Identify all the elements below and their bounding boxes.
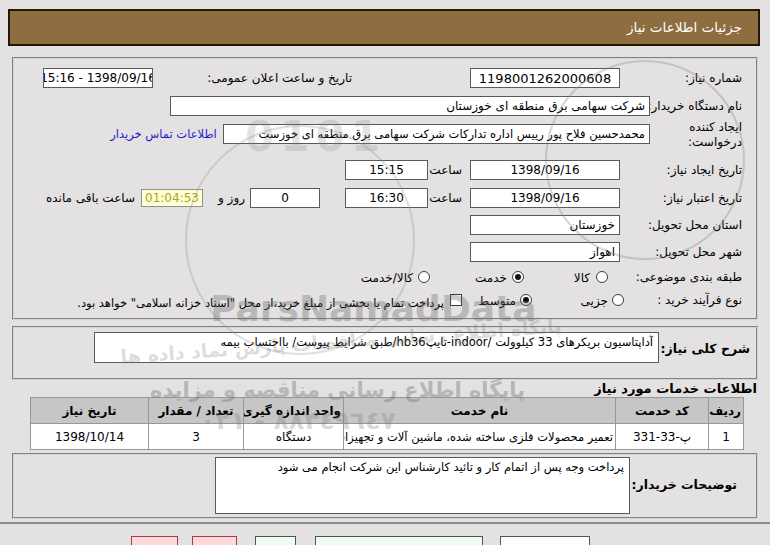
action-button-3[interactable] [255, 536, 296, 545]
category-radio-service[interactable] [512, 271, 524, 283]
category-label: طبقه بندی موضوعی: [636, 270, 742, 285]
cell-row-number: 1 [709, 424, 744, 450]
process-option-minor-label: جزیی [570, 294, 608, 309]
treasury-checkbox[interactable] [450, 294, 462, 306]
category-option-goods-label: کالا [550, 271, 590, 286]
col-unit: واحد اندازه گیری [244, 398, 344, 424]
request-creator-field[interactable]: محمدحسین فلاح پور رییس اداره تدارکات شرک… [223, 124, 650, 144]
page-title: جزئیات اطلاعات نیاز [8, 9, 760, 46]
category-radio-goods[interactable] [596, 271, 608, 283]
city-label: شهر محل تحویل: [655, 245, 742, 260]
category-option-service-label: خدمت [455, 271, 507, 286]
remaining-days-label: روز و [218, 191, 245, 206]
remaining-suffix-label: ساعت باقی مانده [46, 191, 135, 206]
announce-datetime-field[interactable]: 1398/09/16 - 15:16 [43, 68, 153, 88]
request-creator-label-line1: ایجاد کننده [689, 120, 742, 135]
province-field[interactable]: خوزستان [470, 215, 620, 235]
action-button-5[interactable] [500, 536, 590, 545]
cell-service-name: تعمیر محصولات فلزی ساخته شده، ماشین آلات… [344, 424, 616, 450]
process-type-label: نوع فرآیند خرید : [657, 293, 742, 308]
need-number-label: شماره نیاز: [685, 71, 742, 86]
request-creator-label-line2: درخواست: [688, 135, 742, 150]
col-need-date: تاریخ نیاز [31, 398, 149, 424]
col-quantity: تعداد / مقدار [149, 398, 244, 424]
valid-time-field[interactable]: 16:30 [345, 188, 428, 208]
need-number-field[interactable]: 1198001262000608 [470, 68, 620, 88]
action-button-4[interactable] [315, 536, 483, 545]
buyer-contact-link[interactable]: اطلاعات تماس خریدار [110, 127, 217, 141]
col-service-name: نام خدمت [344, 398, 616, 424]
valid-date-field[interactable]: 1398/09/16 [470, 188, 620, 208]
col-service-code: کد خدمت [616, 398, 709, 424]
cell-quantity: 3 [149, 424, 244, 450]
province-label: استان محل تحویل: [648, 218, 742, 233]
table-row: 1 پ-33-331 تعمیر محصولات فلزی ساخته شده،… [31, 424, 744, 450]
treasury-checkbox-label: پرداخت تمام یا بخشی از مبلغ خرید،از محل … [60, 296, 444, 311]
services-table-header-row: ردیف کد خدمت نام خدمت واحد اندازه گیری ت… [31, 398, 744, 424]
action-button-2[interactable] [192, 536, 237, 545]
create-hour-label: ساعت [429, 163, 462, 178]
action-button-1[interactable] [131, 536, 178, 545]
valid-hour-label: ساعت [429, 191, 462, 206]
services-header: اطلاعات خدمات مورد نیاز [594, 381, 757, 396]
announce-datetime-label: تاریخ و ساعت اعلان عمومی: [207, 71, 352, 86]
footer-divider [0, 522, 770, 524]
city-field[interactable]: اهواز [470, 242, 620, 262]
create-date-field[interactable]: 1398/09/16 [470, 160, 620, 180]
buyer-org-field[interactable]: شرکت سهامی برق منطقه ای خوزستان [170, 96, 650, 116]
category-radio-goods-service[interactable] [418, 271, 430, 283]
process-radio-minor[interactable] [612, 294, 624, 306]
process-radio-medium[interactable] [520, 294, 532, 306]
buyer-org-label: نام دستگاه خریدار: [648, 99, 743, 114]
category-option-goods-service-label: کالا/خدمت [340, 271, 413, 286]
remaining-days-field[interactable]: 0 [250, 188, 320, 208]
create-time-field[interactable]: 15:15 [345, 160, 428, 180]
description-label: شرح کلی نیاز: [661, 341, 750, 356]
buyer-notes-label: توضیحات خریدار: [631, 477, 737, 492]
description-field[interactable]: آداپتاسیون بریکرهای 33 کیلوولت /indoor-ت… [94, 332, 659, 363]
cell-unit: دستگاه [244, 424, 344, 450]
buyer-notes-field[interactable]: پرداخت وجه پس از اتمام کار و تائید کارشن… [215, 457, 630, 514]
cell-service-code: پ-33-331 [616, 424, 709, 450]
need-details-page: { "page": { "title_bar": "جزئیات اطلاعات… [0, 0, 770, 545]
remaining-countdown: 01:04:53 [141, 189, 203, 207]
cell-need-date: 1398/10/14 [31, 424, 149, 450]
create-date-label: تاریخ ایجاد نیاز: [667, 163, 742, 178]
process-option-medium-label: متوسط [468, 294, 516, 309]
services-table: ردیف کد خدمت نام خدمت واحد اندازه گیری ت… [30, 397, 744, 450]
valid-date-label: تاریخ اعتبار نیاز: [663, 191, 742, 206]
col-row-number: ردیف [709, 398, 744, 424]
